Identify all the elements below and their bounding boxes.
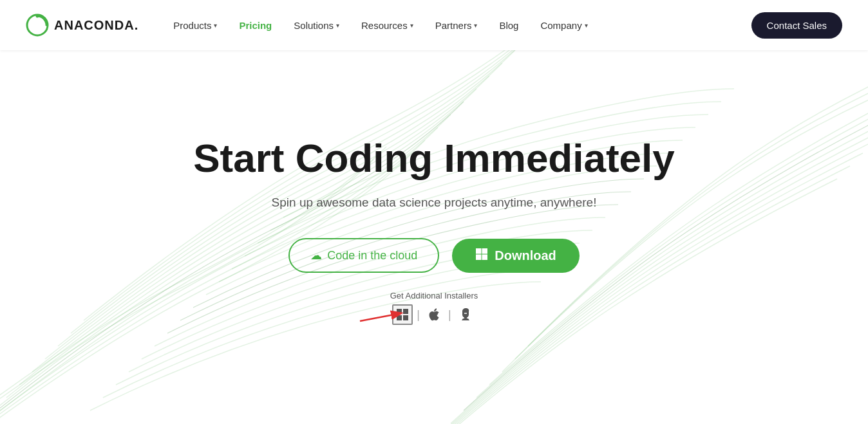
nav-item-solutions[interactable]: Solutions ▾ <box>285 15 348 36</box>
svg-rect-8 <box>397 309 402 314</box>
chevron-down-icon: ▾ <box>410 22 413 29</box>
svg-rect-10 <box>397 315 402 320</box>
hero-buttons-row: ☁ Code in the cloud Download <box>288 238 580 325</box>
nav-item-products[interactable]: Products ▾ <box>164 15 226 36</box>
svg-point-0 <box>27 15 48 35</box>
svg-rect-5 <box>482 254 488 260</box>
separator: | <box>417 309 420 320</box>
nav-links: Products ▾ Pricing Solutions ▾ Resources… <box>164 15 751 36</box>
additional-installers-label: Get Additional Installers <box>390 291 478 300</box>
navbar: ANACONDA. Products ▾ Pricing Solutions ▾… <box>0 0 868 50</box>
chevron-down-icon: ▾ <box>474 22 477 29</box>
nav-item-resources[interactable]: Resources ▾ <box>352 15 422 36</box>
chevron-down-icon: ▾ <box>585 22 588 29</box>
svg-rect-9 <box>403 309 408 314</box>
cloud-icon: ☁ <box>310 248 322 263</box>
download-button[interactable]: Download <box>452 239 580 273</box>
separator: | <box>448 309 451 320</box>
svg-rect-3 <box>482 248 488 254</box>
code-in-cloud-button[interactable]: ☁ Code in the cloud <box>288 238 439 273</box>
linux-installer-icon[interactable] <box>455 304 476 325</box>
windows-icon <box>475 248 488 264</box>
installer-icons-row: | | <box>392 304 475 325</box>
anaconda-logo-icon <box>26 14 49 37</box>
hero-subtitle: Spin up awesome data science projects an… <box>272 196 597 210</box>
hero-content: Start Coding Immediately Spin up awesome… <box>193 136 675 325</box>
chevron-down-icon: ▾ <box>336 22 339 29</box>
contact-sales-button[interactable]: Contact Sales <box>751 12 842 39</box>
apple-installer-icon[interactable] <box>424 304 444 325</box>
nav-item-company[interactable]: Company ▾ <box>531 15 596 36</box>
logo-text: ANACONDA. <box>54 18 138 33</box>
svg-point-1 <box>36 15 39 18</box>
nav-item-partners[interactable]: Partners ▾ <box>426 15 487 36</box>
svg-rect-4 <box>476 254 482 260</box>
svg-rect-11 <box>403 315 408 320</box>
nav-item-pricing[interactable]: Pricing <box>230 15 281 36</box>
chevron-down-icon: ▾ <box>214 22 217 29</box>
hero-title: Start Coding Immediately <box>193 136 675 180</box>
hero-section: .wave-line { fill: none; stroke: rgba(10… <box>0 50 868 424</box>
svg-rect-2 <box>476 248 482 254</box>
nav-item-blog[interactable]: Blog <box>490 15 527 36</box>
windows-installer-icon[interactable] <box>392 304 413 325</box>
logo[interactable]: ANACONDA. <box>26 14 138 37</box>
additional-installers: Get Additional Installers <box>390 291 478 325</box>
